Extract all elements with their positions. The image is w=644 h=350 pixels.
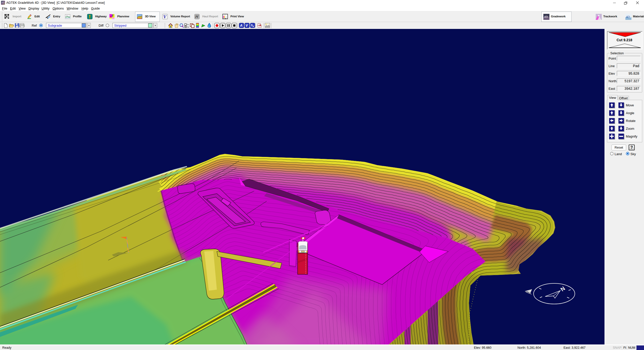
- svg-text:F: F: [112, 14, 113, 18]
- svg-text:H: H: [195, 15, 198, 19]
- svg-text:A: A: [240, 23, 243, 27]
- svg-text:V: V: [163, 14, 167, 19]
- svg-text:4D: 4D: [626, 15, 630, 19]
- svg-text:Ex: Ex: [187, 24, 189, 25]
- svg-text:4D: 4D: [544, 15, 548, 19]
- svg-text:Cut 9.218: Cut 9.218: [617, 38, 632, 42]
- svg-text:De: De: [187, 26, 189, 28]
